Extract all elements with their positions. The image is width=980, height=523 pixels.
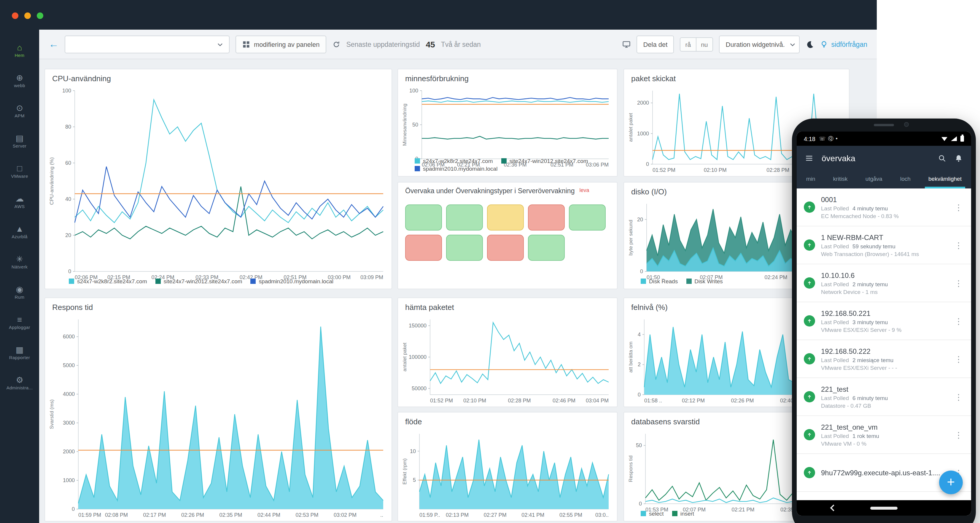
svg-text:byte per sekund: byte per sekund	[628, 220, 633, 256]
memory-usage-chart[interactable]: 05010002:06 PM02:21 PM02:36 PM02:51 PM03…	[401, 86, 614, 157]
list-item[interactable]: 221_testLast Polled6 minuty temuDatastor…	[797, 378, 971, 416]
svg-text:4000: 4000	[63, 391, 75, 397]
last-polled: Last Polled4 minuty temu	[821, 205, 947, 211]
phone-tab-utgåva[interactable]: utgåva	[862, 171, 886, 189]
dashboard-select[interactable]	[65, 35, 229, 53]
chevron-down-icon	[788, 40, 797, 48]
monitor-icon: □	[17, 164, 22, 173]
status-tile-green[interactable]	[528, 235, 565, 261]
sidebar-item-webb[interactable]: ⊕webb	[0, 66, 39, 96]
sidebar-item-server[interactable]: ▤Server	[0, 126, 39, 157]
page-query-link[interactable]: sidförfrågan	[820, 40, 867, 48]
list-item[interactable]: 192.168.50.222Last Polled2 miesiące temu…	[797, 340, 971, 378]
svg-text:03:0..: 03:0..	[595, 512, 609, 518]
status-tile-green[interactable]	[446, 204, 483, 231]
sidebar-item-administration[interactable]: ⚙Administra...	[0, 368, 39, 398]
edit-panel-button[interactable]: modifiering av panelen	[235, 35, 326, 53]
admin-icon: ⚙	[16, 376, 23, 384]
sidebar-item-apm[interactable]: ⊙APM	[0, 96, 39, 126]
sidebar-item-azure[interactable]: ▲Azurblå	[0, 217, 39, 247]
speaker-grill-icon	[874, 124, 894, 126]
monitor-name: 221_test	[821, 385, 947, 393]
phone-tab-loch[interactable]: loch	[897, 171, 914, 189]
widget-title: minnesförbrukning	[398, 69, 617, 86]
monitor-info: VMware ESX/ESXi Server - - -	[821, 364, 947, 371]
status-tile-red[interactable]	[487, 235, 524, 261]
status-tile-yellow[interactable]	[487, 204, 524, 231]
sidebar-item-rum[interactable]: ◉Rum	[0, 277, 39, 307]
monitor-name: 192.168.50.221	[821, 309, 947, 317]
home-pill[interactable]	[870, 506, 897, 509]
refresh-icon[interactable]	[332, 40, 340, 48]
cpu-usage-chart[interactable]: 02040608010002:06 PM02:15 PM02:24 PM02:3…	[48, 86, 389, 277]
notifications-icon[interactable]	[955, 154, 963, 162]
chevron-down-icon	[216, 40, 224, 48]
status-tile-red[interactable]	[528, 204, 565, 231]
widget-monitor-status: Övervaka under Övervakningstyper i Serve…	[398, 182, 617, 289]
list-item[interactable]: 1 NEW-RBM-CARTLast Polled59 sekundy temu…	[797, 227, 971, 264]
status-up-icon	[804, 467, 815, 478]
menu-icon[interactable]	[805, 154, 813, 162]
phone-tab-min[interactable]: min	[803, 171, 819, 189]
legend-item: spadmin2010.mydomain.local	[251, 278, 333, 284]
now-button[interactable]: nu	[696, 37, 713, 51]
monitor-list: 0001Last Polled4 minuty temuEC Memcached…	[797, 189, 971, 500]
svg-text:CPU-användning (%): CPU-användning (%)	[49, 157, 54, 205]
minimize-window-button[interactable]	[24, 13, 31, 19]
kebab-menu-icon[interactable]: ⋮	[953, 430, 964, 439]
status-tile-green[interactable]	[446, 235, 483, 261]
sidebar-item-rapporter[interactable]: ▦Rapporter	[0, 338, 39, 368]
widget-memory-usage: minnesförbrukning 05010002:06 PM02:21 PM…	[398, 69, 617, 177]
sidebar-item-apploggar[interactable]: ≡Apploggar	[0, 307, 39, 338]
flow-chart[interactable]: 51001:59 P..02:13 PM02:27 PM02:41 PM02:5…	[401, 429, 614, 521]
dark-mode-moon-icon[interactable]	[806, 40, 814, 48]
list-item[interactable]: 192.168.50.221Last Polled3 minuty temuVM…	[797, 302, 971, 340]
svg-text:0: 0	[638, 392, 641, 398]
svg-text:60: 60	[65, 160, 71, 166]
sidebar-item-natverk[interactable]: ✳Nätverk	[0, 247, 39, 277]
packets-received-chart[interactable]: 5000010000015000001:52 PM02:10 PM02:28 P…	[401, 315, 614, 407]
phone-tab-kritisk[interactable]: kritisk	[830, 171, 851, 189]
kebab-menu-icon[interactable]: ⋮	[953, 354, 964, 364]
monitor-info: VMware ESX/ESXi Server - 9 %	[821, 326, 947, 333]
sidebar-item-aws[interactable]: ☁AWS	[0, 187, 39, 217]
status-tile-green[interactable]	[569, 204, 606, 231]
display-icon[interactable]	[623, 40, 631, 48]
apm-icon: ⊙	[16, 104, 23, 112]
kebab-menu-icon[interactable]: ⋮	[953, 316, 964, 326]
monitor-info: Datastore - 0.47 GB	[821, 402, 947, 409]
kebab-menu-icon[interactable]: ⋮	[953, 392, 964, 401]
close-window-button[interactable]	[12, 13, 18, 19]
call-icon: ☏	[819, 136, 826, 142]
phone-tab-bekvämlighet[interactable]: bekvämlighet	[925, 171, 965, 189]
legend-item: Disk Reads	[641, 278, 678, 284]
grid-icon	[242, 40, 250, 48]
kebab-menu-icon[interactable]: ⋮	[953, 240, 964, 250]
svg-text:02:10 PM: 02:10 PM	[463, 398, 486, 404]
kebab-menu-icon[interactable]: ⋮	[953, 202, 964, 212]
sidebar-item-hem[interactable]: ⌂Hem	[0, 36, 39, 66]
zoom-window-button[interactable]	[37, 13, 43, 19]
share-button[interactable]: Dela det	[637, 35, 674, 53]
response-time-chart[interactable]: 010002000300040005000600001:59 PM02:08 P…	[48, 315, 389, 521]
raw-button[interactable]: rå	[680, 37, 696, 51]
svg-text:0: 0	[639, 501, 642, 507]
svg-text:01:59 P..: 01:59 P..	[419, 512, 440, 518]
svg-text:..: ..	[380, 512, 383, 518]
add-monitor-fab[interactable]: +	[939, 471, 963, 494]
svg-text:02:41 PM: 02:41 PM	[522, 512, 544, 518]
sidebar-item-vmware[interactable]: □VMware	[0, 157, 39, 187]
duration-select[interactable]: Duration widgetnivå.	[719, 35, 800, 53]
back-arrow-icon[interactable]: ←	[49, 38, 59, 50]
svg-text:02:28 PM: 02:28 PM	[767, 167, 789, 173]
status-tile-red[interactable]	[405, 235, 442, 261]
status-tile-green[interactable]	[405, 204, 442, 231]
list-item[interactable]: 10.10.10.6Last Polled2 minuty temuNetwor…	[797, 264, 971, 302]
back-icon[interactable]	[830, 505, 837, 512]
search-icon[interactable]	[938, 154, 946, 162]
svg-text:40: 40	[65, 196, 71, 202]
list-item[interactable]: 221_test_one_vmLast Polled1 rok temuVMwa…	[797, 416, 971, 454]
list-item[interactable]: 0001Last Polled4 minuty temuEC Memcached…	[797, 189, 971, 227]
legend-item: site24x7-win2012.site24x7.com	[501, 158, 588, 164]
kebab-menu-icon[interactable]: ⋮	[953, 278, 964, 288]
